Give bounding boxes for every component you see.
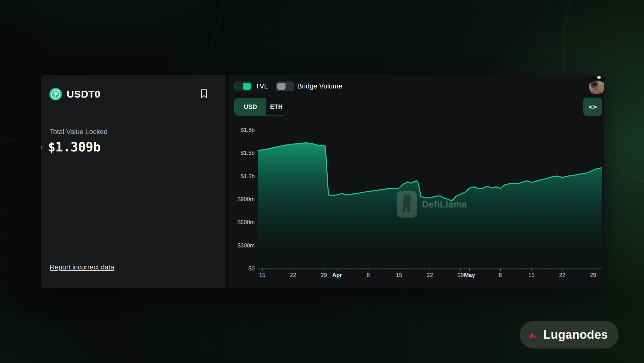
x-tick-label: 29 xyxy=(321,272,327,279)
bridge-volume-toggle[interactable]: Bridge Volume xyxy=(276,82,342,91)
token-header: USDT0 xyxy=(49,88,218,101)
luganodes-mountain-logo-icon xyxy=(529,327,538,342)
expand-chevron-icon[interactable]: › xyxy=(41,140,43,153)
report-incorrect-data-link[interactable]: Report incorrect data xyxy=(50,263,114,271)
y-tick-label: $1.8b xyxy=(241,127,255,133)
protocol-card: USDT0 Total Value Locked › $1.309b Repor… xyxy=(41,75,604,288)
bridge-volume-switch-icon[interactable] xyxy=(276,82,294,91)
y-tick-label: $900m xyxy=(237,196,255,203)
y-tick-label: $600m xyxy=(237,219,255,226)
x-tick-label: 15 xyxy=(396,272,402,279)
x-tick-label: 8 xyxy=(499,272,502,279)
x-tick-label: Apr xyxy=(332,272,342,279)
tvl-area-chart[interactable]: DefiLlama xyxy=(258,124,602,274)
currency-usd-button[interactable]: USD xyxy=(235,98,266,115)
x-tick-label: 22 xyxy=(427,272,433,279)
token-title: USDT0 xyxy=(67,88,100,100)
x-tick-label: 22 xyxy=(290,272,296,279)
y-tick-label: $0 xyxy=(248,265,255,272)
tvl-metric-label[interactable]: Total Value Locked xyxy=(50,128,108,137)
luganodes-label: Luganodes xyxy=(543,328,608,342)
y-tick-label: $1.2b xyxy=(241,173,255,180)
luganodes-badge: Luganodes xyxy=(520,321,619,349)
embed-chart-button[interactable]: <> xyxy=(583,98,602,116)
y-axis-labels: $0$300m$600m$900m$1.2b$1.5b$1.8b xyxy=(228,124,258,272)
chart-panel: TVL Bridge Volume USD ETH <> xyxy=(228,75,604,288)
tvl-toggle[interactable]: TVL xyxy=(234,82,268,91)
x-tick-label: 8 xyxy=(367,272,370,279)
tvl-toggle-label: TVL xyxy=(255,82,268,90)
tvl-switch-knob xyxy=(243,83,251,90)
currency-toggle: USD ETH xyxy=(234,98,287,116)
x-tick-label: 15 xyxy=(528,272,535,279)
code-brackets-icon: <> xyxy=(589,103,597,111)
bookmark-icon[interactable] xyxy=(200,89,208,99)
tvl-area-fill xyxy=(258,143,602,269)
currency-eth-button[interactable]: ETH xyxy=(266,98,287,115)
token-info-panel: USDT0 Total Value Locked › $1.309b Repor… xyxy=(41,75,226,288)
y-tick-label: $300m xyxy=(237,242,255,249)
x-tick-label: 29 xyxy=(458,272,464,279)
tvl-value: $1.309b xyxy=(48,140,101,154)
x-tick-label: 22 xyxy=(559,272,565,279)
bridge-volume-toggle-label: Bridge Volume xyxy=(297,82,342,90)
series-toggle-row: TVL Bridge Volume xyxy=(234,81,342,91)
page: USDT0 Total Value Locked › $1.309b Repor… xyxy=(0,0,644,363)
bridge-volume-switch-knob xyxy=(277,83,286,90)
llama-mascot-image xyxy=(587,75,604,94)
y-tick-label: $1.5b xyxy=(241,150,255,156)
x-tick-label: 15 xyxy=(259,272,265,279)
x-axis-labels: 152229Apr8152229May8152229 xyxy=(258,272,602,280)
x-tick-label: 29 xyxy=(590,272,596,279)
usdt0-token-icon xyxy=(49,88,62,101)
x-tick-label: May xyxy=(464,272,475,279)
tvl-switch-icon[interactable] xyxy=(234,82,252,91)
